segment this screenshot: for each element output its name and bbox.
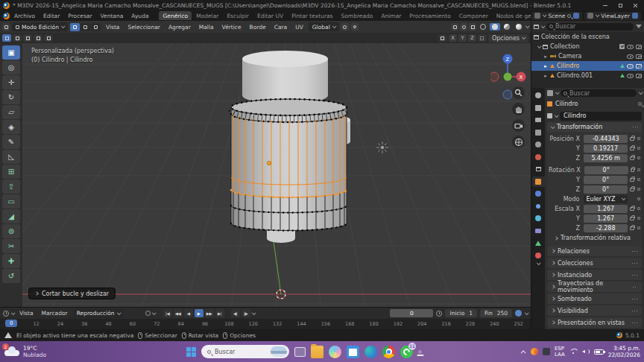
next-keyframe-button[interactable]: ▶▶ — [205, 309, 214, 317]
panel-menu-icon[interactable] — [632, 126, 638, 128]
record-button[interactable] — [145, 311, 151, 316]
operator-panel[interactable]: Cortar bucle y deslizar — [28, 288, 116, 299]
expand-icon[interactable] — [537, 44, 542, 48]
tool-loop-cut[interactable]: ⊜ — [2, 224, 20, 238]
hide-viewport-icon[interactable] — [627, 54, 634, 59]
tab-componer[interactable]: Componer — [455, 11, 492, 20]
filter-icon[interactable] — [636, 25, 642, 28]
new-scene-icon[interactable] — [573, 13, 579, 19]
maximize-button[interactable] — [613, 0, 628, 10]
tool-knife[interactable]: ✂ — [2, 239, 20, 253]
rotation-mode-dropdown[interactable]: Euler XYZ — [584, 195, 628, 203]
relative-transform-subpanel[interactable]: Transformación relativa — [549, 233, 640, 243]
tab-constraints[interactable] — [532, 226, 545, 236]
weather-widget[interactable]: 2 19°C Nublado — [4, 345, 46, 359]
vertex-select-button[interactable] — [70, 23, 80, 31]
rotation-y-field[interactable]: 0° — [584, 176, 628, 184]
ortho-toggle-button[interactable] — [512, 136, 525, 148]
lock-icon[interactable] — [630, 156, 634, 160]
disable-render-icon[interactable] — [636, 64, 642, 69]
tool-bevel[interactable]: ◢ — [2, 209, 20, 223]
tray-update-icon[interactable] — [531, 348, 538, 355]
timeline-menu-vista[interactable]: Vista — [16, 309, 37, 317]
xray-toggle-icon[interactable] — [469, 23, 476, 31]
lock-icon[interactable] — [630, 207, 634, 211]
tool-move[interactable]: ✛ — [2, 75, 20, 89]
jump-end-button[interactable]: ▶| — [215, 309, 224, 317]
battery-icon[interactable] — [594, 349, 604, 355]
face-select-button[interactable] — [91, 23, 101, 31]
tool-poly-build[interactable]: ✚ — [2, 254, 20, 268]
animate-dot-icon[interactable] — [637, 156, 640, 159]
panel-presentacion[interactable]: Presentación en vistas — [547, 317, 642, 328]
tool-transform[interactable]: ◈ — [2, 120, 20, 134]
tool-measure[interactable]: ◺ — [2, 150, 20, 164]
jump-start-button[interactable]: |◀ — [163, 309, 172, 317]
tab-animar[interactable]: Animar — [377, 11, 405, 20]
menu-vertice[interactable]: Vértice — [219, 23, 244, 31]
menu-vista[interactable]: Vista — [103, 23, 123, 31]
pan-button[interactable] — [512, 103, 525, 115]
menu-borde[interactable]: Borde — [247, 23, 269, 31]
microsoft-store-icon[interactable] — [347, 346, 359, 358]
prev-frame-button[interactable]: ◀| — [231, 309, 240, 317]
mirror-y-button[interactable]: Y — [458, 34, 467, 42]
mug-body[interactable] — [231, 99, 347, 231]
edge-select-button[interactable] — [80, 23, 90, 31]
menu-editar[interactable]: Editar — [40, 12, 63, 20]
animate-dot-icon[interactable] — [637, 168, 640, 171]
snap-magnet-icon[interactable] — [341, 23, 349, 31]
lock-icon[interactable] — [631, 168, 635, 172]
tool-select-box[interactable]: ▣ — [2, 45, 20, 60]
play-button[interactable]: ▶ — [195, 309, 203, 317]
animate-dot-icon[interactable] — [637, 137, 640, 140]
current-frame-field[interactable]: 0 — [390, 309, 433, 317]
tab-physics[interactable] — [532, 213, 545, 223]
panel-menu-icon[interactable] — [631, 298, 637, 300]
new-viewlayer-icon[interactable] — [632, 13, 638, 19]
menu-seleccionar[interactable]: Seleccionar — [124, 23, 162, 31]
panel-menu-icon[interactable] — [631, 250, 637, 253]
panel-colecciones[interactable]: Colecciones — [547, 258, 642, 268]
outliner-row-cilindro[interactable]: ▸ Cilindro — [531, 61, 644, 71]
mirror-z-button[interactable]: Z — [468, 34, 476, 42]
start-button[interactable] — [186, 347, 196, 357]
select-invert-icon[interactable] — [34, 34, 42, 42]
light-object[interactable] — [376, 142, 388, 153]
disable-render-icon[interactable] — [636, 54, 642, 59]
panel-relaciones[interactable]: Relaciones — [547, 246, 642, 256]
lock-icon[interactable] — [630, 178, 634, 182]
select-new-icon[interactable] — [2, 34, 11, 42]
language-indicator[interactable]: ESP LAA — [555, 346, 565, 358]
whatsapp-icon[interactable]: 11 — [400, 346, 413, 358]
animate-dot-icon[interactable] — [637, 188, 640, 191]
hide-viewport-icon[interactable] — [627, 74, 634, 78]
proportional-edit-icon[interactable] — [351, 23, 359, 31]
expand-icon[interactable]: ▸ — [543, 73, 548, 79]
menu-archivo[interactable]: Archivo — [10, 12, 39, 20]
object-name-field[interactable]: Cilindro — [560, 112, 642, 121]
properties-editor-icon[interactable] — [547, 90, 553, 96]
lock-icon[interactable] — [630, 226, 634, 230]
menu-uv[interactable]: UV — [292, 23, 306, 31]
zoom-button[interactable] — [512, 86, 525, 99]
tool-spin[interactable]: ↺ — [2, 269, 20, 283]
animate-dot-icon[interactable] — [637, 147, 640, 150]
tab-pintar-texturas[interactable]: Pintar texturas — [288, 11, 336, 20]
disable-render-icon[interactable] — [636, 45, 642, 49]
snap-points-icon[interactable] — [478, 34, 487, 42]
panel-trayectorias[interactable]: Trayectorias de movimiento — [547, 282, 642, 292]
copilot-icon[interactable] — [329, 346, 341, 358]
shading-solid-button[interactable] — [490, 23, 500, 31]
animate-dot-icon[interactable] — [637, 207, 640, 210]
orientation-dropdown[interactable]: Global — [309, 22, 339, 31]
play-reverse-button[interactable]: ◀ — [184, 309, 193, 317]
tab-modifiers[interactable] — [532, 188, 545, 199]
tab-render[interactable] — [532, 103, 545, 113]
playhead[interactable]: 0 — [5, 320, 17, 327]
panel-menu-icon[interactable] — [631, 262, 637, 264]
viewport-3d[interactable]: Personalizada (perspectiva) (0) Cilindro… — [22, 43, 531, 307]
disable-render-icon[interactable] — [636, 74, 642, 78]
tab-world[interactable] — [532, 152, 545, 162]
tab-material[interactable] — [532, 250, 545, 261]
